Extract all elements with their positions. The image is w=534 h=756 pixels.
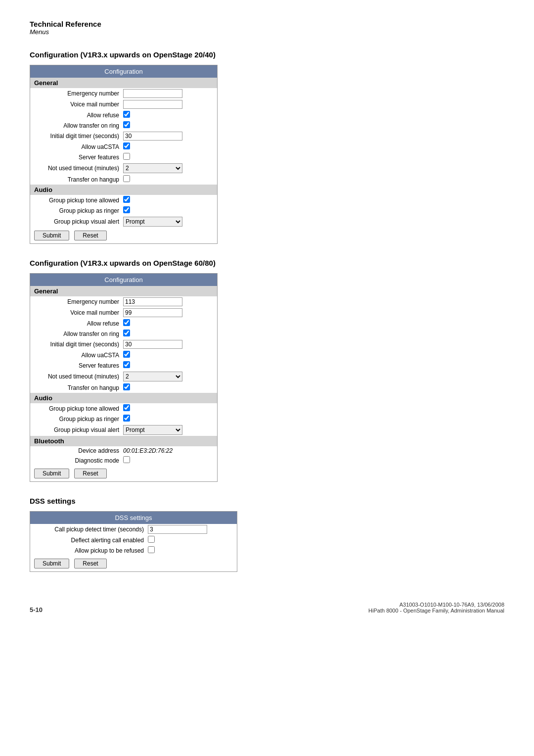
row-label: Allow transfer on ring bbox=[34, 122, 123, 129]
allow-transfer-checkbox-1[interactable] bbox=[123, 121, 130, 128]
row-label: Group pickup as ringer bbox=[34, 416, 123, 423]
digit-timer-input-2[interactable] bbox=[123, 340, 182, 349]
config-panel-2-title: Configuration bbox=[30, 274, 217, 286]
config-panel-1: Configuration General Emergency number V… bbox=[30, 65, 218, 244]
table-row: Initial digit timer (seconds) bbox=[30, 131, 217, 142]
row-label: Allow pickup to be refused bbox=[34, 547, 148, 554]
pickup-ringer-checkbox-1[interactable] bbox=[123, 206, 130, 213]
allow-refuse-checkbox-1[interactable] bbox=[123, 111, 130, 118]
row-label: Allow uaCSTA bbox=[34, 352, 123, 359]
digit-timer-input-1[interactable] bbox=[123, 132, 182, 141]
row-value: 2 5 bbox=[123, 372, 213, 381]
row-label: Transfer on hangup bbox=[34, 176, 123, 183]
timeout-select-2[interactable]: 2 5 bbox=[123, 372, 182, 381]
allow-uacsta-checkbox-2[interactable] bbox=[123, 351, 130, 358]
row-value bbox=[123, 415, 213, 423]
pickup-timer-input[interactable] bbox=[148, 525, 207, 534]
allow-pickup-refused-checkbox[interactable] bbox=[148, 546, 155, 553]
server-features-checkbox-2[interactable] bbox=[123, 361, 130, 368]
button-row-1: Submit Reset bbox=[30, 228, 217, 243]
pickup-tone-checkbox-1[interactable] bbox=[123, 196, 130, 203]
transfer-hangup-checkbox-2[interactable] bbox=[123, 383, 130, 390]
row-label: Call pickup detect timer (seconds) bbox=[34, 526, 148, 533]
table-row: Server features bbox=[30, 360, 217, 371]
row-label: Not used timeout (minutes) bbox=[34, 373, 123, 380]
emergency-number-input-2[interactable] bbox=[123, 297, 182, 306]
emergency-number-input-1[interactable] bbox=[123, 89, 182, 98]
table-row: Allow transfer on ring bbox=[30, 120, 217, 131]
deflect-alerting-checkbox[interactable] bbox=[148, 536, 155, 543]
row-value bbox=[148, 546, 233, 555]
row-label: Not used timeout (minutes) bbox=[34, 165, 123, 172]
row-value bbox=[123, 383, 213, 392]
row-label: Transfer on hangup bbox=[34, 384, 123, 391]
row-value bbox=[123, 308, 213, 317]
table-row: Group pickup tone allowed bbox=[30, 195, 217, 205]
server-features-checkbox-1[interactable] bbox=[123, 153, 130, 160]
submit-button-1[interactable]: Submit bbox=[34, 231, 69, 240]
page-number: 5-10 bbox=[30, 606, 43, 614]
row-label: Allow refuse bbox=[34, 112, 123, 119]
pickup-visual-select-1[interactable]: Prompt None bbox=[123, 217, 182, 227]
voicemail-number-input-2[interactable] bbox=[123, 308, 182, 317]
pickup-tone-checkbox-2[interactable] bbox=[123, 404, 130, 411]
button-row-3: Submit Reset bbox=[30, 556, 237, 571]
submit-button-2[interactable]: Submit bbox=[34, 469, 69, 478]
pickup-ringer-checkbox-2[interactable] bbox=[123, 415, 130, 422]
diagnostic-mode-checkbox[interactable] bbox=[123, 456, 130, 463]
row-value bbox=[123, 111, 213, 119]
pickup-visual-select-2[interactable]: Prompt None bbox=[123, 425, 182, 435]
table-row: Voice mail number bbox=[30, 307, 217, 318]
allow-refuse-checkbox-2[interactable] bbox=[123, 319, 130, 326]
section1: Configuration (V1R3.x upwards on OpenSta… bbox=[30, 50, 504, 244]
allow-transfer-checkbox-2[interactable] bbox=[123, 330, 130, 336]
row-value bbox=[123, 132, 213, 141]
voicemail-number-input-1[interactable] bbox=[123, 100, 182, 109]
table-row: Group pickup as ringer bbox=[30, 205, 217, 216]
row-label: Server features bbox=[34, 362, 123, 369]
row-label: Deflect alerting call enabled bbox=[34, 537, 148, 544]
row-value bbox=[148, 536, 233, 544]
row-value bbox=[123, 121, 213, 130]
table-row: Allow refuse bbox=[30, 110, 217, 120]
page-title: Technical Reference bbox=[30, 20, 504, 28]
row-label: Emergency number bbox=[34, 90, 123, 97]
row-value bbox=[123, 206, 213, 215]
reset-button-2[interactable]: Reset bbox=[74, 469, 106, 478]
row-value bbox=[123, 351, 213, 359]
section3: DSS settings DSS settings Call pickup de… bbox=[30, 497, 504, 572]
transfer-hangup-checkbox-1[interactable] bbox=[123, 175, 130, 182]
row-value bbox=[123, 361, 213, 370]
device-address-value: 00:01:E3:2D:76:22 bbox=[123, 447, 173, 454]
row-value: 2 5 bbox=[123, 163, 213, 173]
reset-button-3[interactable]: Reset bbox=[74, 559, 106, 568]
section1-general-label: General bbox=[30, 78, 217, 88]
row-value bbox=[123, 142, 213, 151]
row-label: Initial digit timer (seconds) bbox=[34, 341, 123, 348]
row-value bbox=[123, 319, 213, 328]
document-ref: A31003-O1010-M100-10-76A9, 13/06/2008 bbox=[368, 602, 504, 608]
section2-audio-label: Audio bbox=[30, 393, 217, 403]
timeout-select-1[interactable]: 2 5 bbox=[123, 163, 182, 173]
row-label: Allow uaCSTA bbox=[34, 143, 123, 150]
submit-button-3[interactable]: Submit bbox=[34, 559, 69, 568]
row-value bbox=[123, 456, 213, 465]
row-value: Prompt None bbox=[123, 425, 213, 435]
document-title: HiPath 8000 - OpenStage Family, Administ… bbox=[368, 608, 504, 614]
row-value bbox=[123, 297, 213, 306]
row-label: Group pickup tone allowed bbox=[34, 197, 123, 204]
footer-info: A31003-O1010-M100-10-76A9, 13/06/2008 Hi… bbox=[368, 602, 504, 614]
table-row: Not used timeout (minutes) 2 5 bbox=[30, 371, 217, 382]
table-row: Allow transfer on ring bbox=[30, 329, 217, 339]
reset-button-1[interactable]: Reset bbox=[74, 231, 106, 240]
row-value: Prompt None bbox=[123, 217, 213, 227]
allow-uacsta-checkbox-1[interactable] bbox=[123, 142, 130, 149]
row-label: Voice mail number bbox=[34, 101, 123, 108]
table-row: Diagnostic mode bbox=[30, 455, 217, 466]
row-value bbox=[123, 100, 213, 109]
row-label: Group pickup as ringer bbox=[34, 207, 123, 214]
table-row: Emergency number bbox=[30, 88, 217, 99]
table-row: Server features bbox=[30, 152, 217, 162]
section1-audio-label: Audio bbox=[30, 185, 217, 195]
config-panel-3: DSS settings Call pickup detect timer (s… bbox=[30, 511, 237, 572]
